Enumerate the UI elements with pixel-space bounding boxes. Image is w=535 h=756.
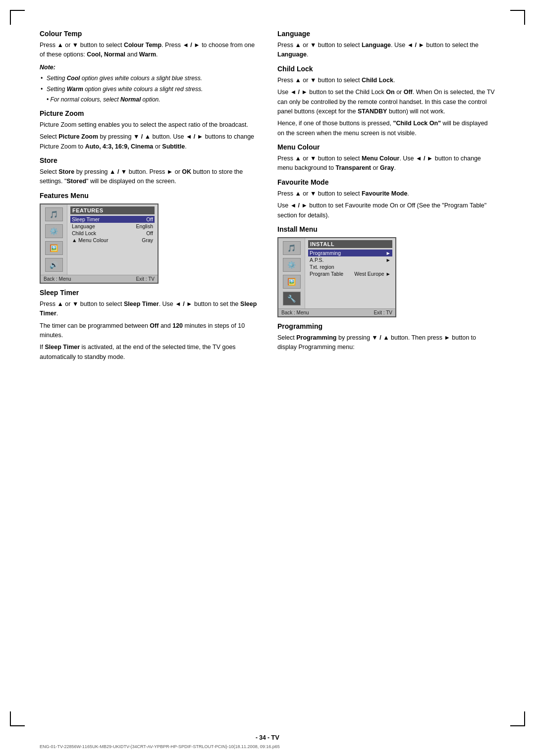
sleep-timer-p3: If Sleep Timer is activated, at the end … — [40, 343, 258, 362]
section-programming: Programming Select Programming by pressi… — [277, 322, 495, 353]
left-column: Colour Temp Press ▲ or ▼ button to selec… — [40, 30, 258, 367]
note-item-3: • For normal colours, select Normal opti… — [40, 95, 258, 104]
sleep-timer-p2: The timer can be programmed between Off … — [40, 321, 258, 341]
section-picture-zoom: Picture Zoom Picture Zoom setting enable… — [40, 109, 258, 151]
install-tv-icon-sound: 🔧 — [283, 292, 301, 305]
features-content: FEATURES Sleep Timer Off Language Englis… — [67, 204, 158, 275]
features-sidebar: 🎵 ⚙️ 🖼️ 🔊 — [41, 204, 67, 275]
features-menu-header: FEATURES — [70, 206, 155, 214]
features-row-sleep: Sleep Timer Off — [70, 216, 155, 223]
install-tv-icon-picture: 🖼️ — [283, 275, 301, 289]
features-row-language: Language English — [70, 223, 155, 230]
child-lock-p3: Hence, if one of those buttons is presse… — [277, 119, 495, 138]
section-sleep-timer: Sleep Timer Press ▲ or ▼ button to selec… — [40, 289, 258, 362]
note-item-1: Setting Cool option gives white colours … — [40, 74, 258, 83]
install-row-programtable: Program Table West Europe ► — [308, 270, 392, 277]
install-row-aps-label: A.P.S. — [310, 257, 323, 263]
features-row-sleep-value: Off — [146, 216, 153, 222]
language-title: Language — [277, 30, 495, 38]
page-number: - 34 - — [256, 734, 269, 741]
menu-colour-title: Menu Colour — [277, 143, 495, 151]
favourite-mode-p2: Use ◄ / ► button to set Favourite mode O… — [277, 201, 495, 220]
install-footer: Back : Menu Exit : TV — [278, 308, 395, 316]
corner-tr — [510, 10, 525, 25]
tv-icon-music: 🎵 — [45, 207, 63, 221]
features-menu-screen: 🎵 ⚙️ 🖼️ 🔊 FEATURES Sleep Timer Off — [40, 203, 159, 284]
programming-title: Programming — [277, 322, 495, 330]
picture-zoom-title: Picture Zoom — [40, 109, 258, 117]
right-column: Language Press ▲ or ▼ button to select L… — [277, 30, 495, 367]
language-p1: Press ▲ or ▼ button to select Language. … — [277, 41, 495, 60]
tv-label: TV — [271, 734, 279, 741]
install-footer-right: Exit : TV — [374, 310, 392, 315]
features-footer: Back : Menu Exit : TV — [41, 275, 158, 283]
child-lock-title: Child Lock — [277, 65, 495, 73]
features-row-menucolour-value: Gray — [142, 237, 153, 243]
favourite-mode-p1: Press ▲ or ▼ button to select Favourite … — [277, 189, 495, 199]
install-menu-header: INSTALL — [308, 240, 392, 248]
features-row-language-label: Language — [72, 223, 95, 229]
install-tv-icon-music: 🎵 — [283, 241, 301, 255]
picture-zoom-p1: Picture Zoom setting enables you to sele… — [40, 120, 258, 130]
sleep-timer-title: Sleep Timer — [40, 289, 258, 297]
tv-icon-settings: ⚙️ — [45, 224, 63, 238]
install-content: INSTALL Programming ► A.P.S. ► Txt. regi… — [305, 238, 395, 308]
install-row-txtregion: Txt. region — [308, 263, 392, 270]
picture-zoom-p2: Select Picture Zoom by pressing ▼ / ▲ bu… — [40, 132, 258, 151]
doc-id: ENG-01-TV-22856W-1165UK-MB29-UKIDTV-(34C… — [40, 744, 280, 749]
install-footer-left: Back : Menu — [281, 310, 309, 315]
install-menu-screen: 🎵 ⚙️ 🖼️ 🔧 INSTALL Programming ► — [277, 237, 396, 317]
install-row-programming-value: ► — [386, 250, 391, 256]
features-row-sleep-label: Sleep Timer — [72, 216, 100, 222]
sleep-timer-p1: Press ▲ or ▼ button to select Sleep Time… — [40, 300, 258, 319]
programming-p1: Select Programming by pressing ▼ / ▲ but… — [277, 333, 495, 353]
main-columns: Colour Temp Press ▲ or ▼ button to selec… — [40, 30, 495, 367]
features-row-childlock-label: Child Lock — [72, 230, 96, 236]
features-screen-inner: 🎵 ⚙️ 🖼️ 🔊 FEATURES Sleep Timer Off — [41, 204, 158, 275]
features-menu-title: Features Menu — [40, 192, 258, 200]
section-language: Language Press ▲ or ▼ button to select L… — [277, 30, 495, 60]
features-row-menucolour: ▲ Menu Colour Gray — [70, 237, 155, 244]
section-favourite-mode: Favourite Mode Press ▲ or ▼ button to se… — [277, 178, 495, 220]
install-row-aps-value: ► — [386, 257, 391, 263]
child-lock-p2: Use ◄ / ► button to set the Child Lock O… — [277, 88, 495, 116]
page: Colour Temp Press ▲ or ▼ button to selec… — [0, 0, 535, 756]
colour-temp-title: Colour Temp — [40, 30, 258, 38]
tv-icon-picture: 🖼️ — [45, 241, 63, 255]
install-row-programming: Programming ► — [308, 250, 392, 256]
features-row-language-value: English — [136, 223, 153, 229]
child-lock-p1: Press ▲ or ▼ button to select Child Lock… — [277, 76, 495, 85]
corner-tl — [10, 10, 25, 25]
page-footer: - 34 - TV — [0, 734, 535, 741]
features-row-menucolour-label: ▲ Menu Colour — [72, 237, 108, 243]
colour-temp-p1: Press ▲ or ▼ button to select Colour Tem… — [40, 41, 258, 60]
store-p1: Select Store by pressing ▲ / ▼ button. P… — [40, 167, 258, 187]
section-colour-temp: Colour Temp Press ▲ or ▼ button to selec… — [40, 30, 258, 104]
favourite-mode-title: Favourite Mode — [277, 178, 495, 186]
corner-bl — [10, 711, 25, 726]
section-store: Store Select Store by pressing ▲ / ▼ but… — [40, 156, 258, 187]
features-row-childlock-value: Off — [146, 230, 153, 236]
install-screen-inner: 🎵 ⚙️ 🖼️ 🔧 INSTALL Programming ► — [278, 238, 395, 308]
install-row-txtregion-label: Txt. region — [310, 264, 334, 270]
features-row-childlock: Child Lock Off — [70, 230, 155, 237]
corner-br — [510, 711, 525, 726]
menu-colour-p1: Press ▲ or ▼ button to select Menu Colou… — [277, 154, 495, 173]
note-item-2: Setting Warm option gives white colours … — [40, 85, 258, 94]
install-row-programtable-label: Program Table — [310, 271, 343, 277]
store-title: Store — [40, 156, 258, 164]
features-footer-right: Exit : TV — [136, 276, 155, 282]
section-install-menu: Install Menu 🎵 ⚙️ 🖼️ 🔧 INSTALL Progra — [277, 225, 495, 317]
section-menu-colour: Menu Colour Press ▲ or ▼ button to selec… — [277, 143, 495, 173]
install-menu-title: Install Menu — [277, 225, 495, 233]
tv-icon-sound: 🔊 — [45, 258, 63, 272]
install-row-programtable-value: West Europe ► — [354, 271, 391, 277]
install-row-programming-label: Programming — [310, 250, 341, 256]
features-footer-left: Back : Menu — [44, 276, 71, 282]
install-row-aps: A.P.S. ► — [308, 256, 392, 263]
note-label: Note: — [40, 63, 258, 72]
install-tv-icon-settings: ⚙️ — [283, 258, 301, 272]
section-features-menu: Features Menu 🎵 ⚙️ 🖼️ 🔊 FEATURES Slee — [40, 192, 258, 284]
section-child-lock: Child Lock Press ▲ or ▼ button to select… — [277, 65, 495, 138]
install-sidebar: 🎵 ⚙️ 🖼️ 🔧 — [278, 238, 305, 308]
